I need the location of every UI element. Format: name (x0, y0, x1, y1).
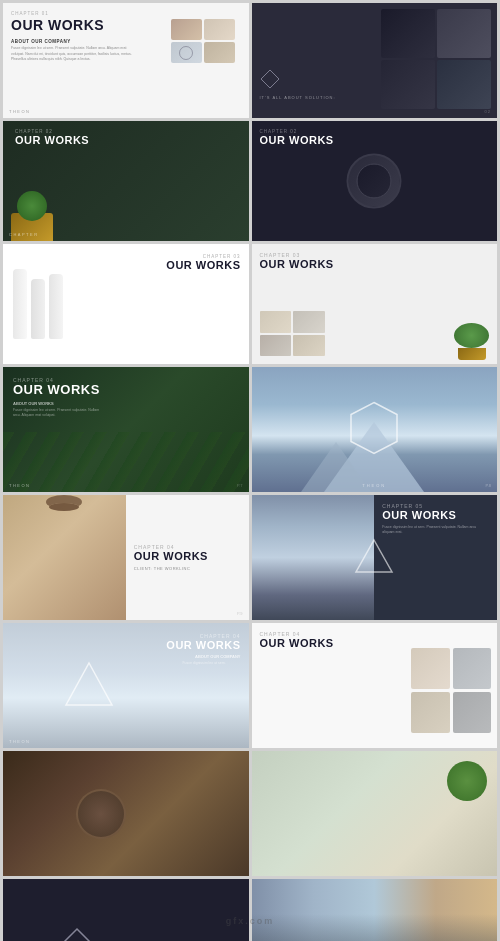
dark-image-grid (381, 9, 491, 109)
img-2 (204, 19, 235, 40)
s1 (411, 648, 450, 689)
theon-1: THEON (9, 109, 31, 114)
theon-3-1: THEON (9, 483, 31, 488)
slide-1-2: IT'S ALL ABOUT SOLUTION: 02 (252, 3, 498, 118)
compass-circle (347, 154, 402, 209)
diamond-5-1 (62, 927, 92, 941)
theon-4-1: THEON (9, 739, 31, 744)
slide-2-4: CHAPTER 03 OUR WORKS (252, 244, 498, 364)
svg-marker-1 (351, 402, 397, 453)
body-4-1: Fusce dignissim leo ut sem. (166, 661, 225, 666)
slide-4-1: CHAPTER 04 OUR WORKS ABOUT OUR COMPANY F… (3, 623, 249, 748)
mountain-photo (252, 495, 375, 620)
hexagon-area (349, 400, 399, 459)
plant-pot (458, 348, 486, 360)
body-3-1: Fusce dignissim leo ut sem. Praesent vul… (13, 408, 104, 418)
theon-2-1: CHAPTER (9, 232, 39, 237)
triangle-area (354, 538, 394, 578)
diamond-5-1-icon (62, 927, 92, 941)
bottle-3 (49, 274, 63, 339)
s3 (411, 692, 450, 733)
page-3-1: P.7 (237, 483, 243, 488)
title-4-2: OUR WORKS (260, 637, 334, 649)
diamond-icon (260, 69, 280, 89)
succulent (17, 191, 47, 221)
stat-3 (260, 335, 292, 357)
bottle-2 (31, 279, 45, 339)
stationery-2-4 (260, 311, 325, 356)
bowl (76, 789, 126, 839)
theon-3-2: THEON (362, 483, 386, 488)
slide-3-1-text: CHAPTER 04 OUR WORKS ABOUT OUR WORKS Fus… (13, 377, 143, 418)
title-2-4: OUR WORKS (260, 258, 334, 270)
slide-5-1: OUR WORKS Fusce dignissim leo ut sem. Pr… (3, 879, 249, 941)
dark-img-4 (437, 60, 491, 109)
svg-marker-3 (66, 663, 112, 705)
portrait-area (3, 495, 126, 620)
panorama (252, 879, 498, 941)
svg-marker-4 (64, 929, 90, 941)
stat-1 (260, 311, 292, 333)
img-1 (171, 19, 202, 40)
slide-2-2: CHAPTER 02 OUR WORKS (252, 121, 498, 241)
image-grid-1 (163, 11, 243, 71)
stat-2 (293, 311, 325, 333)
page-3-3: P.9 (237, 611, 243, 616)
slide-subtitle-dark: IT'S ALL ABOUT SOLUTION: (260, 95, 336, 100)
client-3-3: CLIENT: THE WORKLINC (134, 566, 241, 571)
bottles-area (13, 254, 63, 339)
about-4-1: ABOUT OUR COMPANY (166, 654, 240, 659)
triangle-4-1 (64, 661, 114, 711)
title-3-4: OUR WORKS (382, 509, 489, 521)
title-2-3: OUR WORKS (166, 259, 240, 271)
slide-3-3-text: CHAPTER 04 OUR WORKS CLIENT: THE WORKLIN… (126, 495, 249, 620)
plant-2-4 (454, 323, 489, 358)
bottle-1 (13, 269, 27, 339)
triangle-icon (354, 538, 394, 574)
triangle-4-1-icon (64, 661, 114, 707)
page-num-2: 02 (485, 109, 491, 114)
main-grid: Chapter 01 OUR WORKS ABOUT OUR COMPANY F… (0, 0, 500, 941)
slide-4-3 (3, 751, 249, 876)
slide-3-2: THEON P.8 (252, 367, 498, 492)
slide-2-4-text: CHAPTER 03 OUR WORKS (260, 252, 334, 270)
title-4-1: OUR WORKS (166, 639, 240, 651)
svg-marker-0 (261, 70, 279, 88)
slide-4-2: CHAPTER 04 OUR WORKS (252, 623, 498, 748)
dark-img-3 (381, 60, 435, 109)
slide-4-1-text: CHAPTER 04 OUR WORKS ABOUT OUR COMPANY F… (166, 633, 240, 666)
s4 (453, 692, 492, 733)
slide-2-3-text: CHAPTER 03 OUR WORKS (166, 254, 240, 271)
stat-4 (293, 335, 325, 357)
body-3-4: Fusce dignissim leo ut sem. Praesent vul… (382, 525, 489, 535)
title-2-1: OUR WORKS (15, 134, 241, 146)
title-2-2: OUR WORKS (260, 134, 490, 146)
compass-inner (357, 164, 392, 199)
slide-4-4 (252, 751, 498, 876)
about-3-1: ABOUT OUR WORKS (13, 401, 143, 406)
plant-leaves (454, 323, 489, 348)
slide-4-2-text: CHAPTER 04 OUR WORKS (260, 631, 334, 649)
stationery-grid-4-2 (411, 648, 491, 733)
svg-marker-2 (356, 540, 392, 572)
s2 (453, 648, 492, 689)
hat (49, 503, 79, 511)
slide-2-1: CHAPTER 02 OUR WORKS CHAPTER (3, 121, 249, 241)
slide-3-4: CHAPTER 05 OUR WORKS Fusce dignissim leo… (252, 495, 498, 620)
slide-3-1: CHAPTER 04 OUR WORKS ABOUT OUR WORKS Fus… (3, 367, 249, 492)
slide-5-2: PROJECT NAME GOES HERE Fusce dignissim l… (252, 879, 498, 941)
instrument-area (347, 154, 402, 209)
img-4 (204, 42, 235, 63)
title-3-3: OUR WORKS (134, 550, 241, 562)
body-text-1: Fusce dignissim leo ut sem. Praesent vul… (11, 46, 137, 62)
plant-4-4 (447, 761, 487, 801)
slide-2-3: CHAPTER 03 OUR WORKS (3, 244, 249, 364)
dark-img-2 (437, 9, 491, 58)
title-3-1: OUR WORKS (13, 383, 143, 397)
hexagon-icon (349, 400, 399, 455)
row-1: Chapter 01 OUR WORKS ABOUT OUR COMPANY F… (3, 3, 497, 118)
slide-3-3: CHAPTER 04 OUR WORKS CLIENT: THE WORKLIN… (3, 495, 249, 620)
page-3-2: P.8 (486, 483, 492, 488)
img-3 (171, 42, 202, 63)
slide-2-1-text: CHAPTER 02 OUR WORKS (11, 129, 241, 146)
